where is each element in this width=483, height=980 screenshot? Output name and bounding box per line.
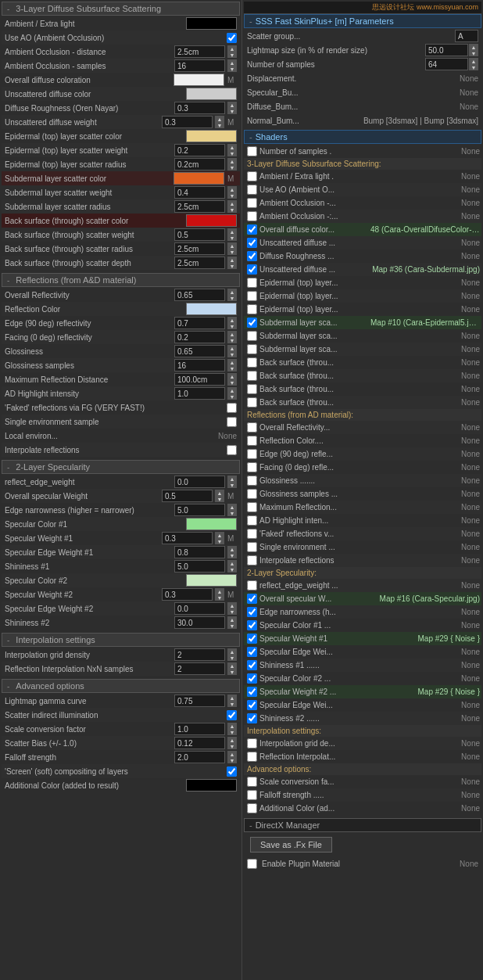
right-checkbox[interactable] — [247, 660, 257, 670]
spinner-down[interactable]: ▼ — [227, 623, 237, 629]
spinner-up[interactable]: ▲ — [227, 560, 237, 566]
glossiness-input[interactable] — [174, 345, 225, 357]
right-checkbox[interactable] — [247, 634, 257, 644]
spinner-up[interactable]: ▲ — [227, 200, 237, 206]
spinner-down[interactable]: ▼ — [227, 295, 237, 301]
epidermal-radius-input[interactable] — [174, 158, 225, 171]
spinner-up[interactable]: ▲ — [215, 588, 224, 594]
spinner-down[interactable]: ▼ — [227, 150, 237, 156]
spinner-up[interactable]: ▲ — [227, 228, 237, 235]
spinner-up[interactable]: ▲ — [215, 532, 224, 538]
right-checkbox[interactable] — [247, 211, 257, 221]
spinner-down[interactable]: ▼ — [227, 757, 237, 763]
right-checkbox[interactable] — [247, 291, 257, 301]
spinner-down[interactable]: ▼ — [227, 164, 237, 171]
right-checkbox[interactable] — [247, 489, 257, 499]
lightmap-size-input[interactable] — [425, 44, 468, 56]
right-checkbox[interactable] — [247, 607, 257, 617]
diffuse-roughness-input[interactable] — [174, 102, 225, 114]
num-samples-input[interactable] — [425, 58, 468, 70]
right-checkbox[interactable] — [247, 278, 257, 288]
collapse-icon[interactable]: - — [7, 5, 9, 13]
spinner-up[interactable]: ▲ — [227, 723, 237, 729]
spinner-up[interactable]: ▲ — [227, 144, 237, 150]
right-checkbox[interactable] — [247, 515, 257, 526]
spinner-down[interactable]: ▼ — [227, 351, 237, 357]
spinner-up[interactable]: ▲ — [215, 116, 224, 122]
enable-plugin-checkbox[interactable] — [247, 859, 257, 869]
spinner-up[interactable]: ▲ — [227, 186, 237, 192]
right-checkbox[interactable] — [247, 251, 257, 261]
edge-narrowness-input[interactable] — [174, 504, 225, 516]
spinner-down[interactable]: ▼ — [469, 64, 478, 70]
back-depth-input[interactable] — [174, 257, 225, 269]
spinner-down[interactable]: ▼ — [227, 566, 237, 573]
right-checkbox[interactable] — [247, 752, 257, 762]
screen-compositing-checkbox[interactable] — [227, 766, 237, 777]
spinner-down[interactable]: ▼ — [227, 655, 237, 661]
spinner-up[interactable]: ▲ — [227, 345, 237, 351]
collapse-icon[interactable]: - — [249, 16, 252, 26]
back-radius-input[interactable] — [174, 242, 225, 255]
right-checkbox[interactable] — [247, 700, 257, 710]
shininess1-input[interactable] — [174, 560, 225, 573]
right-checkbox[interactable] — [247, 620, 257, 630]
right-checkbox[interactable] — [247, 264, 257, 275]
lightmap-gamma-input[interactable] — [174, 695, 225, 707]
reflect-edge-weight-input[interactable] — [174, 476, 225, 488]
specular-edge-weight2-input[interactable] — [174, 602, 225, 615]
color-swatch[interactable] — [186, 88, 237, 100]
ao-distance-input[interactable] — [174, 45, 225, 58]
spinner-down[interactable]: ▼ — [227, 235, 237, 241]
spinner-up[interactable]: ▲ — [227, 331, 237, 337]
right-checkbox[interactable] — [247, 238, 257, 248]
spinner-up[interactable]: ▲ — [227, 504, 237, 510]
right-checkbox[interactable] — [247, 687, 257, 697]
edge-reflectivity-input[interactable] — [174, 317, 225, 329]
right-checkbox[interactable] — [247, 357, 257, 368]
scale-conversion-input[interactable] — [174, 723, 225, 735]
right-checkbox[interactable] — [247, 224, 257, 235]
right-checkbox[interactable] — [247, 422, 257, 433]
spinner-down[interactable]: ▼ — [227, 337, 237, 343]
right-checkbox[interactable] — [247, 738, 257, 748]
facing-reflectivity-input[interactable] — [174, 331, 225, 343]
ao-samples-input[interactable] — [174, 59, 225, 72]
right-checkbox[interactable] — [247, 502, 257, 512]
spinner-up[interactable]: ▲ — [227, 662, 237, 669]
spinner-down[interactable]: ▼ — [227, 323, 237, 329]
single-env-checkbox[interactable] — [227, 417, 237, 427]
right-checkbox[interactable] — [247, 185, 257, 195]
spinner-down[interactable]: ▼ — [215, 122, 224, 128]
falloff-strength-input[interactable] — [174, 751, 225, 763]
spinner-down[interactable]: ▼ — [227, 249, 237, 255]
right-checkbox[interactable] — [247, 462, 257, 472]
specular-weight2-input[interactable] — [162, 588, 213, 601]
spinner-down[interactable]: ▼ — [227, 729, 237, 735]
spinner-up[interactable]: ▲ — [227, 602, 237, 608]
collapse-icon[interactable]: - — [7, 463, 9, 472]
spinner-up[interactable]: ▲ — [227, 546, 237, 552]
overall-reflectivity-input[interactable] — [174, 289, 225, 301]
spinner-down[interactable]: ▼ — [469, 50, 478, 56]
spinner-up[interactable]: ▲ — [227, 257, 237, 263]
right-checkbox[interactable] — [247, 790, 257, 800]
right-checkbox[interactable] — [247, 777, 257, 787]
faked-reflections-checkbox[interactable] — [227, 403, 237, 413]
right-checkbox[interactable] — [247, 803, 257, 813]
collapse-icon[interactable]: - — [7, 682, 9, 691]
specular-color2-swatch[interactable] — [186, 574, 237, 587]
right-checkbox[interactable] — [247, 580, 257, 591]
specular-color1-swatch[interactable] — [186, 518, 237, 530]
spinner-down[interactable]: ▼ — [227, 365, 237, 372]
spinner-down[interactable]: ▼ — [227, 393, 237, 400]
collapse-icon[interactable]: - — [7, 276, 9, 285]
color-swatch[interactable] — [174, 74, 224, 86]
glossiness-samples-input[interactable] — [174, 359, 225, 372]
right-checkbox[interactable] — [247, 331, 257, 341]
spinner-up[interactable]: ▲ — [227, 476, 237, 482]
right-checkbox[interactable] — [247, 713, 257, 723]
scatter-bias-input[interactable] — [174, 737, 225, 749]
color-swatch[interactable] — [186, 214, 237, 227]
right-checkbox[interactable] — [247, 542, 257, 552]
